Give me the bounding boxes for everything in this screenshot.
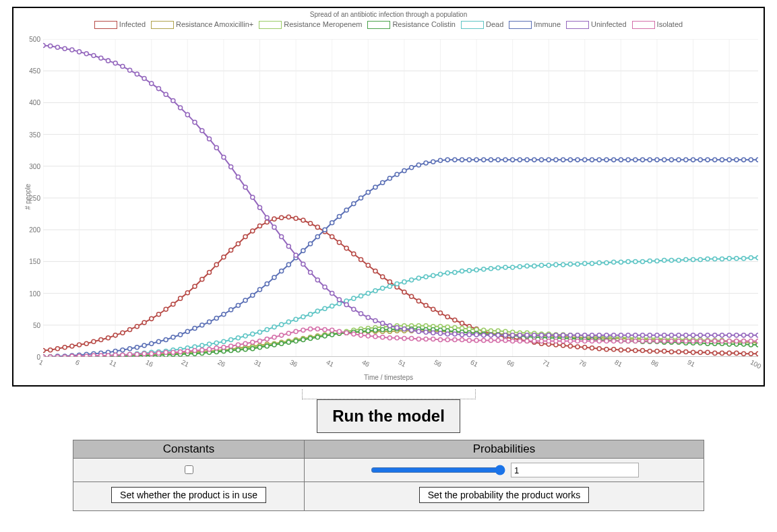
x-tick-label: 66 — [505, 358, 516, 368]
svg-point-810 — [612, 339, 616, 343]
svg-point-711 — [619, 333, 623, 337]
svg-point-498 — [525, 264, 529, 268]
svg-point-822 — [698, 339, 702, 343]
svg-point-583 — [416, 163, 421, 167]
svg-point-378 — [381, 327, 385, 331]
svg-point-652 — [193, 121, 197, 125]
svg-point-792 — [482, 338, 486, 342]
svg-point-362 — [265, 344, 269, 348]
legend-item[interactable]: Infected — [94, 20, 146, 29]
legend-item[interactable]: Resistance Meropenem — [259, 20, 362, 29]
x-tick-label: 6 — [74, 358, 81, 366]
y-tick-label: 500 — [29, 36, 40, 43]
probability-slider[interactable] — [371, 465, 505, 475]
svg-point-524 — [713, 257, 717, 261]
svg-point-88 — [453, 318, 457, 322]
svg-point-679 — [387, 324, 392, 328]
svg-point-514 — [641, 259, 645, 263]
svg-point-687 — [445, 332, 449, 336]
probability-number-input[interactable] — [511, 463, 639, 477]
svg-point-760 — [251, 340, 255, 344]
svg-point-596 — [511, 158, 515, 162]
legend-item[interactable]: Immune — [509, 20, 561, 29]
svg-point-580 — [395, 172, 399, 176]
svg-point-802 — [554, 339, 558, 343]
svg-point-512 — [626, 259, 630, 263]
svg-point-40 — [106, 336, 110, 340]
svg-point-694 — [496, 333, 500, 337]
svg-point-76 — [366, 263, 370, 267]
svg-point-468 — [309, 312, 313, 317]
svg-point-613 — [633, 158, 638, 162]
svg-point-547 — [156, 339, 160, 343]
svg-point-815 — [648, 339, 652, 343]
x-tick-label: 26 — [216, 358, 226, 368]
svg-point-676 — [366, 315, 370, 319]
svg-point-620 — [684, 158, 688, 162]
svg-point-368 — [309, 337, 313, 341]
svg-point-819 — [677, 339, 681, 343]
legend-item[interactable]: Resistance Colistin — [367, 20, 456, 29]
x-tick-label: 16 — [144, 358, 154, 368]
svg-point-465 — [286, 320, 290, 324]
svg-point-83 — [416, 299, 421, 303]
svg-point-573 — [344, 208, 348, 212]
run-model-button[interactable]: Run the model — [317, 399, 460, 433]
svg-point-702 — [554, 333, 558, 337]
svg-point-595 — [503, 158, 507, 162]
svg-point-557 — [229, 308, 233, 312]
svg-point-363 — [272, 343, 276, 347]
product-in-use-checkbox[interactable] — [185, 465, 193, 474]
svg-point-685 — [431, 331, 435, 335]
svg-point-790 — [467, 338, 471, 342]
svg-point-116 — [655, 349, 659, 353]
svg-point-816 — [655, 339, 659, 343]
svg-point-664 — [280, 235, 284, 239]
svg-point-683 — [416, 329, 421, 333]
x-tick-label: 11 — [108, 358, 118, 368]
svg-point-778 — [381, 335, 385, 339]
svg-point-729 — [749, 333, 753, 337]
svg-point-704 — [568, 333, 572, 337]
svg-point-639 — [99, 56, 103, 60]
legend-item[interactable]: Resistance Amoxicillin+ — [151, 20, 253, 29]
svg-point-791 — [474, 338, 478, 342]
svg-point-794 — [496, 338, 500, 342]
svg-point-619 — [677, 158, 681, 162]
chart-legend: InfectedResistance Amoxicillin+Resistanc… — [13, 19, 764, 32]
svg-point-545 — [142, 343, 146, 347]
svg-point-79 — [387, 280, 392, 284]
legend-item[interactable]: Uninfected — [566, 20, 627, 29]
svg-point-796 — [511, 339, 515, 343]
svg-point-591 — [474, 158, 478, 162]
svg-point-56 — [222, 255, 226, 259]
svg-point-799 — [532, 339, 536, 343]
svg-point-359 — [243, 347, 247, 352]
svg-point-610 — [612, 158, 616, 162]
svg-point-108 — [597, 347, 601, 351]
svg-point-647 — [156, 87, 160, 91]
svg-point-624 — [713, 158, 717, 162]
svg-point-130 — [756, 352, 758, 356]
legend-item[interactable]: Dead — [461, 20, 503, 29]
svg-point-655 — [214, 145, 218, 149]
constants-caption: Set whether the product is in use — [111, 487, 266, 503]
svg-point-634 — [63, 46, 67, 51]
svg-point-511 — [619, 260, 623, 264]
svg-point-112 — [626, 348, 630, 352]
svg-point-739 — [99, 354, 103, 357]
svg-point-753 — [200, 348, 204, 352]
svg-point-105 — [576, 345, 580, 349]
svg-point-615 — [648, 158, 652, 162]
svg-point-682 — [410, 328, 414, 332]
svg-point-492 — [482, 267, 486, 271]
svg-point-502 — [554, 263, 558, 267]
svg-point-592 — [482, 158, 486, 162]
svg-point-77 — [373, 269, 377, 273]
svg-point-693 — [489, 333, 493, 337]
svg-point-109 — [604, 347, 609, 352]
legend-item[interactable]: Isolated — [632, 20, 683, 29]
svg-point-128 — [742, 352, 746, 356]
svg-point-489 — [460, 269, 464, 273]
svg-point-677 — [373, 319, 377, 323]
